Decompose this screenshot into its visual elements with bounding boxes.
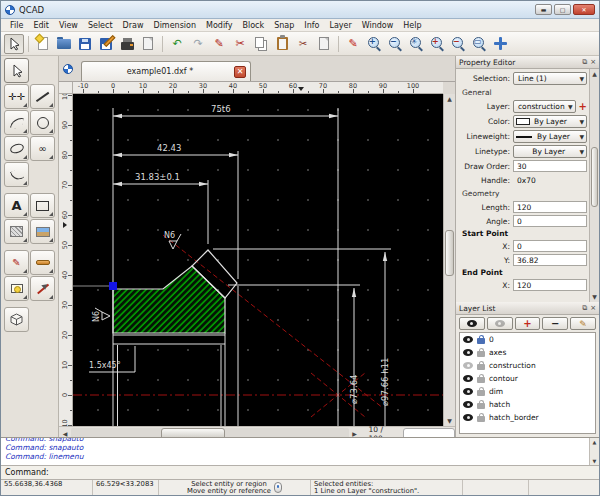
selected-point-marker[interactable] [109, 282, 117, 290]
lock-icon[interactable] [477, 377, 485, 383]
layer-row-construction[interactable]: construction [460, 359, 595, 372]
auto-zoom-button[interactable]: ✳ [406, 34, 426, 54]
linetype-combo[interactable]: By Layer▼ [513, 145, 587, 158]
menu-item-edit[interactable]: Edit [28, 21, 54, 30]
layer-row-hatch_border[interactable]: hatch_border [460, 411, 595, 424]
remove-layer-button[interactable]: − [542, 317, 568, 330]
property-editor-scrollbar[interactable]: ▲ ▼ [589, 69, 599, 302]
float-panel-icon[interactable]: ⧉ [582, 304, 587, 312]
print-button[interactable] [117, 34, 137, 54]
layer-row-dim[interactable]: dim [460, 385, 595, 398]
scroll-up-icon[interactable]: ▲ [590, 439, 599, 445]
close-panel-icon[interactable]: × [590, 304, 596, 312]
polyline-tool-button[interactable] [4, 162, 29, 187]
menu-item-help[interactable]: Help [398, 21, 426, 30]
dim-dia-inner-text[interactable]: ⌀73.64 [349, 375, 359, 404]
dim-3183-text[interactable]: 31.83±0.1 [135, 172, 180, 182]
angle-field[interactable]: 0 [513, 215, 587, 227]
zoom-page-button[interactable]: ▭ [469, 34, 489, 54]
edit-pencil-button[interactable]: ✎ [343, 34, 363, 54]
paste-button[interactable] [272, 34, 292, 54]
menu-item-file[interactable]: File [5, 21, 28, 30]
color-combo[interactable]: By Layer▼ [513, 115, 587, 128]
command-history[interactable]: Command: snapautoCommand: snapautoComman… [1, 437, 599, 465]
circle-tool-button[interactable] [30, 110, 55, 135]
layer-plus-button[interactable]: + [579, 101, 587, 112]
add-layer-button[interactable]: + [515, 317, 541, 330]
hatch-section[interactable] [113, 266, 225, 333]
scroll-down-icon[interactable]: ▼ [444, 416, 455, 426]
dimensions[interactable]: 75t6 42.43 31.83±0.1 ⌀73.64 [89, 104, 390, 426]
scroll-down-icon[interactable]: ▼ [590, 458, 599, 464]
close-button[interactable]: ✕ [573, 4, 595, 15]
text-tool-button[interactable]: A [4, 193, 29, 218]
viewport-3d-button[interactable] [4, 307, 29, 332]
menu-item-window[interactable]: Window [357, 21, 399, 30]
command-prompt-row[interactable]: Command: [1, 465, 599, 479]
vertical-scrollbar[interactable]: ▲ ▼ [443, 94, 455, 426]
minimize-button[interactable]: ▬ [535, 4, 552, 15]
layer-row-contour[interactable]: contour [460, 372, 595, 385]
draw-order-field[interactable]: 30 [513, 160, 587, 172]
image-tool-button[interactable] [30, 219, 55, 244]
menu-item-modify[interactable]: Modify [201, 21, 238, 30]
ellipse-tool-button[interactable] [4, 136, 29, 161]
undo-button[interactable]: ↶ [167, 34, 187, 54]
layer-row-0[interactable]: 0 [460, 333, 595, 346]
menu-item-dimension[interactable]: Dimension [148, 21, 201, 30]
lock-icon[interactable] [477, 351, 485, 357]
menu-item-view[interactable]: View [54, 21, 83, 30]
vertical-scroll-thumb[interactable] [445, 230, 454, 276]
menu-item-block[interactable]: Block [238, 21, 270, 30]
length-field[interactable]: 120 [513, 201, 587, 213]
eye-icon[interactable] [463, 401, 473, 408]
scroll-up-icon[interactable]: ▲ [590, 69, 599, 79]
chamfer-text[interactable]: 1.5x45° [89, 361, 121, 370]
zoom-in-button[interactable]: + [364, 34, 384, 54]
surface-n6-top-text[interactable]: N6 [164, 231, 175, 240]
maximize-button[interactable]: ▢ [554, 4, 571, 15]
lock-icon[interactable] [477, 364, 485, 370]
selection-pointer-button[interactable] [4, 34, 24, 54]
cut-reference-button[interactable]: ✂ [293, 34, 313, 54]
zoom-window-button[interactable]: + [427, 34, 447, 54]
open-file-button[interactable] [54, 34, 74, 54]
shape-tool-button[interactable] [30, 193, 55, 218]
palette-selection-button[interactable] [4, 58, 29, 83]
zoom-out-button[interactable]: − [385, 34, 405, 54]
save-as-button[interactable] [96, 34, 116, 54]
draw-pencil-button[interactable]: ✎ [209, 34, 229, 54]
spline-tool-button[interactable]: ∞ [30, 136, 55, 161]
close-panel-icon[interactable]: × [590, 58, 596, 66]
lock-icon[interactable] [477, 338, 485, 344]
float-panel-icon[interactable]: ⧉ [582, 58, 587, 66]
start-y-field[interactable]: 36.82 [513, 254, 587, 266]
leader-tool-button[interactable] [30, 250, 55, 275]
block-tool-button[interactable] [4, 276, 29, 301]
tab-close-icon[interactable]: ✕ [234, 66, 246, 78]
edit-layer-button[interactable]: ✎ [570, 317, 596, 330]
lock-icon[interactable] [477, 403, 485, 409]
cut-button[interactable]: ✂ [230, 34, 250, 54]
modify-tool-button[interactable] [30, 276, 55, 301]
eye-icon[interactable] [463, 388, 473, 395]
start-x-field[interactable]: 0 [513, 240, 587, 252]
dim-4243-text[interactable]: 42.43 [157, 143, 181, 153]
lock-icon[interactable] [477, 416, 485, 422]
menu-item-select[interactable]: Select [83, 21, 118, 30]
hatch-tool-button[interactable] [4, 219, 29, 244]
end-x-field[interactable]: 120 [513, 279, 587, 291]
hide-all-layers-button[interactable] [487, 317, 513, 330]
show-all-layers-button[interactable] [459, 317, 485, 330]
selection-combo[interactable]: Line (1)▼ [513, 72, 587, 85]
lineweight-combo[interactable]: By Layer▼ [513, 130, 587, 143]
point-tool-button[interactable]: ✛✛ [4, 84, 29, 109]
layer-combo[interactable]: construction▼ [513, 100, 576, 113]
document-tab[interactable]: example01.dxf * ✕ [81, 61, 251, 81]
menu-item-snap[interactable]: Snap [269, 21, 299, 30]
eye-icon[interactable] [463, 336, 473, 343]
eye-off-icon[interactable] [463, 362, 473, 369]
paste-reference-button[interactable] [314, 34, 334, 54]
menu-item-draw[interactable]: Draw [118, 21, 149, 30]
surface-n6-left[interactable]: N6 [92, 308, 110, 322]
